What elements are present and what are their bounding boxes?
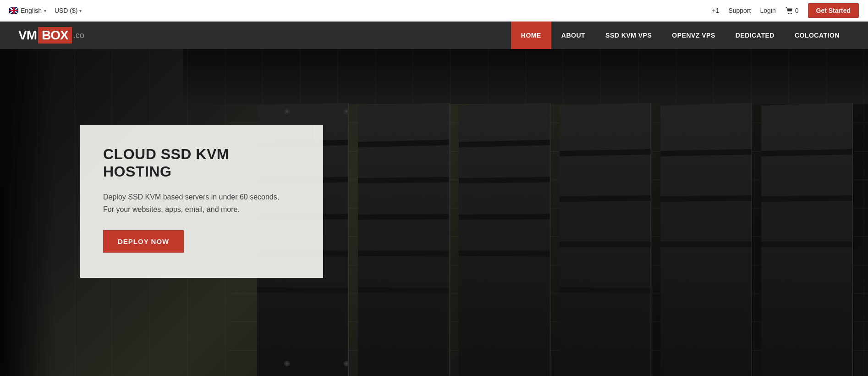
server-blade-3: [459, 103, 550, 376]
screw-3: [284, 361, 290, 366]
logo[interactable]: VM BOX .co: [18, 27, 84, 44]
screw-4: [344, 361, 349, 366]
hero-desc-line1: Deploy SSD KVM based servers in under 60…: [103, 193, 279, 201]
get-started-button[interactable]: Get Started: [808, 3, 859, 18]
server-blade-4: [560, 103, 651, 376]
server-blade-2: [358, 103, 449, 376]
server-blade-5: [660, 103, 752, 376]
logo-vm: VM: [18, 28, 37, 43]
currency-selector[interactable]: USD ($) ▾: [55, 7, 82, 14]
nav-item-home[interactable]: HOME: [511, 22, 551, 49]
cart-count: 0: [795, 7, 799, 14]
logo-co: .co: [73, 31, 84, 40]
hero-title: CLOUD SSD KVM HOSTING: [103, 145, 300, 181]
hero-desc-line2: For your websites, apps, email, and more…: [103, 205, 240, 213]
hero-content-box: CLOUD SSD KVM HOSTING Deploy SSD KVM bas…: [80, 125, 323, 278]
svg-point-0: [788, 13, 790, 14]
nav-item-ssd-kvm-vps[interactable]: SSD KVM VPS: [595, 22, 662, 49]
navbar: VM BOX .co HOME ABOUT SSD KVM VPS OPENVZ…: [0, 22, 868, 49]
server-blade-6: [761, 103, 852, 376]
deploy-now-button[interactable]: DEPLOY NOW: [103, 230, 184, 253]
svg-point-1: [791, 13, 792, 14]
support-link[interactable]: Support: [728, 7, 751, 14]
screw-2: [344, 109, 349, 114]
nav-links: HOME ABOUT SSD KVM VPS OPENVZ VPS DEDICA…: [511, 22, 850, 49]
topbar-left: English ▾ USD ($) ▾: [9, 7, 82, 14]
cart-icon: [785, 7, 793, 14]
phone-link[interactable]: +1: [712, 7, 719, 14]
nav-item-dedicated[interactable]: DEDICATED: [725, 22, 785, 49]
nav-item-openvz-vps[interactable]: OPENVZ VPS: [662, 22, 725, 49]
topbar: English ▾ USD ($) ▾ +1 Support Login 0 G…: [0, 0, 868, 22]
login-link[interactable]: Login: [760, 7, 775, 14]
screw-1: [284, 109, 290, 114]
hero-description: Deploy SSD KVM based servers in under 60…: [103, 191, 300, 216]
logo-box: BOX: [38, 27, 72, 44]
hero-section: CLOUD SSD KVM HOSTING Deploy SSD KVM bas…: [0, 49, 868, 376]
currency-dropdown-arrow: ▾: [79, 8, 82, 13]
nav-item-about[interactable]: ABOUT: [551, 22, 595, 49]
currency-label: USD ($): [55, 7, 78, 14]
language-dropdown-arrow: ▾: [44, 8, 46, 13]
language-label: English: [21, 7, 42, 14]
topbar-right: +1 Support Login 0 Get Started: [712, 3, 859, 18]
language-selector[interactable]: English ▾: [9, 7, 46, 14]
cart-area[interactable]: 0: [785, 7, 799, 14]
uk-flag-icon: [9, 7, 18, 14]
nav-item-colocation[interactable]: COLOCATION: [785, 22, 850, 49]
